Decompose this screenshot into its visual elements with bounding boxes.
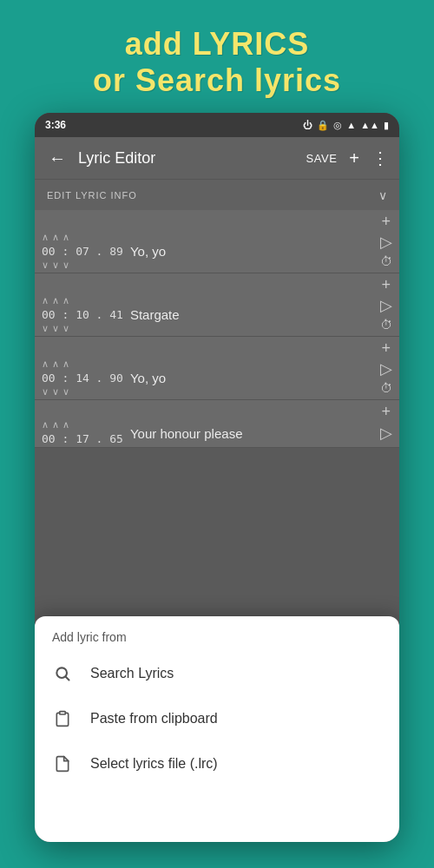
play-icon-0[interactable]: ▷: [380, 234, 392, 250]
lyric-list: + ∧ ∧ ∧ 00 : 07 . 89 ∨ ∨ ∨ Yo, yo: [35, 210, 399, 448]
signal-icon: ▲▲: [360, 120, 379, 130]
bottom-sheet-item-file[interactable]: Select lyrics file (.lrc): [35, 741, 399, 786]
arrow-up-min-3[interactable]: ∧: [42, 419, 49, 431]
lyric-controls-0: ∧ ∧ ∧ 00 : 07 . 89 ∨ ∨ ∨: [42, 232, 123, 271]
clock-icon-1[interactable]: ⏱: [380, 319, 392, 331]
arrow-down-sec-2[interactable]: ∨: [52, 386, 59, 398]
lyric-controls-2: ∧ ∧ ∧ 00 : 14 . 90 ∨ ∨ ∨: [42, 358, 123, 398]
lyric-actions-3: ▷: [380, 420, 392, 446]
arrow-up-sec-0[interactable]: ∧: [52, 232, 59, 243]
lyric-text-3[interactable]: Your honour please: [123, 423, 380, 444]
add-button[interactable]: +: [349, 148, 359, 168]
more-button[interactable]: ⋮: [372, 148, 389, 168]
clock-icon-0[interactable]: ⏱: [380, 255, 392, 267]
wifi-icon: ▲: [346, 120, 356, 130]
arrow-up-ms-3[interactable]: ∧: [62, 419, 69, 431]
arrow-down-min-0[interactable]: ∨: [42, 260, 49, 271]
arrow-up-ms-2[interactable]: ∧: [62, 358, 69, 370]
time-display-2: 00 : 14 . 90: [42, 370, 123, 386]
bottom-sheet: Add lyric from Search Lyrics Paste from …: [35, 616, 399, 842]
lyric-actions-2: ▷ ⏱: [380, 356, 392, 399]
back-button[interactable]: ←: [45, 145, 69, 172]
add-icon-1[interactable]: +: [381, 277, 391, 293]
save-button[interactable]: SAVE: [306, 152, 338, 165]
add-icon-2[interactable]: +: [381, 340, 391, 356]
lyric-actions-1: ▷ ⏱: [380, 293, 392, 336]
arrow-up-ms-0[interactable]: ∧: [62, 232, 69, 243]
chevron-down-icon: ∨: [378, 188, 387, 202]
add-icon-3[interactable]: +: [381, 404, 391, 419]
header-area: add LYRICS or Search lyrics: [0, 0, 434, 116]
lyric-actions-0: ▷ ⏱: [380, 229, 392, 273]
file-icon: [52, 753, 73, 774]
arrow-down-sec-0[interactable]: ∨: [52, 260, 59, 271]
time-display-3: 00 : 17 . 65: [42, 431, 123, 447]
clipboard-icon: [52, 708, 73, 729]
lyric-controls-1: ∧ ∧ ∧ 00 : 10 . 41 ∨ ∨ ∨: [42, 295, 123, 334]
lyric-text-0[interactable]: Yo, yo: [123, 240, 380, 262]
header-line1: add LYRICS: [17, 26, 417, 62]
arrow-up-min-1[interactable]: ∧: [42, 295, 49, 306]
bottom-sheet-item-paste[interactable]: Paste from clipboard: [35, 696, 399, 741]
arrow-down-ms-0[interactable]: ∨: [62, 260, 69, 271]
add-icon-0[interactable]: +: [381, 214, 391, 229]
lyric-block-0: + ∧ ∧ ∧ 00 : 07 . 89 ∨ ∨ ∨ Yo, yo: [35, 210, 399, 273]
arrow-down-ms-1[interactable]: ∨: [62, 323, 69, 334]
status-time: 3:36: [45, 119, 66, 131]
select-file-label: Select lyrics file (.lrc): [90, 756, 218, 772]
search-icon: [52, 663, 73, 684]
lyric-block-2: + ∧ ∧ ∧ 00 : 14 . 90 ∨ ∨ ∨ Yo, yo: [35, 337, 399, 400]
bottom-sheet-item-search[interactable]: Search Lyrics: [35, 651, 399, 696]
play-icon-2[interactable]: ▷: [380, 361, 392, 377]
edit-info-label: EDIT LYRIC INFO: [47, 190, 137, 201]
edit-info-row[interactable]: EDIT LYRIC INFO ∨: [35, 179, 399, 210]
arrow-up-sec-1[interactable]: ∧: [52, 295, 59, 306]
arrow-down-ms-2[interactable]: ∨: [62, 386, 69, 398]
arrow-down-min-1[interactable]: ∨: [42, 323, 49, 334]
play-icon-3[interactable]: ▷: [380, 425, 392, 441]
power-icon: ⏻: [303, 120, 312, 130]
status-icons: ⏻ 🔒 ◎ ▲ ▲▲ ▮: [303, 120, 389, 131]
svg-rect-2: [60, 712, 66, 714]
status-bar: 3:36 ⏻ 🔒 ◎ ▲ ▲▲ ▮: [35, 113, 399, 137]
phone-frame: 3:36 ⏻ 🔒 ◎ ▲ ▲▲ ▮ ← Lyric Editor SAVE + …: [35, 113, 399, 842]
bottom-sheet-title: Add lyric from: [35, 616, 399, 651]
clock-icon-2[interactable]: ⏱: [380, 382, 392, 394]
lyric-text-1[interactable]: Stargate: [123, 304, 380, 326]
toolbar: ← Lyric Editor SAVE + ⋮: [35, 137, 399, 179]
svg-line-1: [66, 677, 69, 681]
lyric-controls-3: ∧ ∧ ∧ 00 : 17 . 65: [42, 419, 123, 447]
arrow-up-sec-2[interactable]: ∧: [52, 358, 59, 370]
arrow-down-sec-1[interactable]: ∨: [52, 323, 59, 334]
lyric-block-1: + ∧ ∧ ∧ 00 : 10 . 41 ∨ ∨ ∨ Stargat: [35, 273, 399, 337]
arrow-up-min-0[interactable]: ∧: [42, 232, 49, 243]
arrow-down-min-2[interactable]: ∨: [42, 386, 49, 398]
paste-clipboard-label: Paste from clipboard: [90, 711, 218, 727]
play-icon-1[interactable]: ▷: [380, 298, 392, 313]
time-display-0: 00 : 07 . 89: [42, 243, 123, 260]
arrow-up-min-2[interactable]: ∧: [42, 358, 49, 370]
target-icon: ◎: [333, 120, 342, 131]
lyric-text-2[interactable]: Yo, yo: [123, 367, 380, 389]
lock-icon: 🔒: [317, 120, 329, 131]
arrow-up-sec-3[interactable]: ∧: [52, 419, 59, 431]
arrow-up-ms-1[interactable]: ∧: [62, 295, 69, 306]
lyric-block-3: + ∧ ∧ ∧ 00 : 17 . 65 Your honour please …: [35, 400, 399, 448]
toolbar-title: Lyric Editor: [78, 149, 298, 168]
time-display-1: 00 : 10 . 41: [42, 306, 123, 323]
search-lyrics-label: Search Lyrics: [90, 666, 174, 681]
toolbar-actions: SAVE + ⋮: [306, 148, 389, 168]
header-line2: or Search lyrics: [17, 62, 417, 99]
battery-icon: ▮: [384, 120, 389, 131]
